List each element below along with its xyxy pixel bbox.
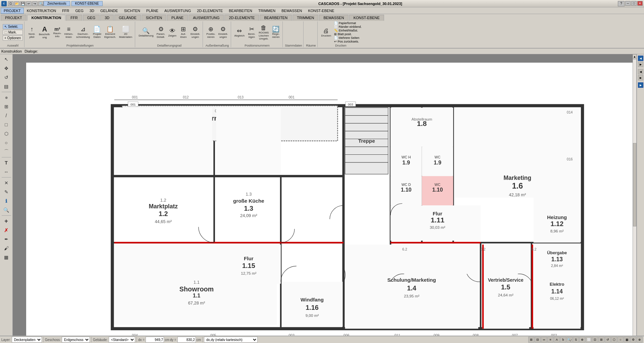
btn-einstellungen-aussen[interactable]: ⚙ Einstell-ungen xyxy=(217,25,229,40)
tb-save[interactable]: 💾 xyxy=(20,1,25,6)
btn-pos-zuruecksets[interactable]: ↩ Pos zurücksets. xyxy=(334,40,362,43)
btn-projektdaten[interactable]: 📄 ProjektDaten xyxy=(92,25,103,40)
tool-poly[interactable]: ⬡ xyxy=(1,129,12,138)
btn-detaillierung[interactable]: 🔍 Detaillierung xyxy=(137,26,155,39)
tab-plaene[interactable]: PLÄNE xyxy=(167,15,188,21)
tool-line[interactable]: / xyxy=(1,111,12,120)
dx-input[interactable]: 949,7 xyxy=(146,337,164,343)
status-tool-zoom-out[interactable]: 🔍- xyxy=(567,337,573,343)
menu-gelaende[interactable]: GELÄNDE xyxy=(97,8,121,14)
menu-projekt[interactable]: PROJEKT xyxy=(1,8,24,14)
tab-sichten[interactable]: SICHTEN xyxy=(142,15,166,21)
dy-input[interactable]: 830,2 xyxy=(177,337,196,343)
tool-arc[interactable]: ⌒ xyxy=(1,147,12,156)
panel-btn-2[interactable]: ▶ xyxy=(638,62,643,67)
btn-selekt[interactable]: ↖ Selekt. xyxy=(3,24,23,29)
panel-btn-1[interactable]: ◀ xyxy=(638,56,643,61)
tab-konst-ebene[interactable]: KONST-EBENE xyxy=(349,15,384,21)
menu-sichten[interactable]: SICHTEN xyxy=(121,8,143,14)
tb-open[interactable]: 📂 xyxy=(14,1,19,6)
konst-ebene-tab[interactable]: KONST-EBENE xyxy=(71,1,103,6)
status-tool-15[interactable]: ⚙ xyxy=(630,337,636,343)
status-tool-13[interactable]: ○ xyxy=(618,337,624,343)
tool-hand[interactable]: ✥ xyxy=(1,64,12,73)
tool-plus[interactable]: + xyxy=(1,217,12,225)
gebaeude-select[interactable]: <Standard> xyxy=(109,337,135,343)
btn-2d-materialien[interactable]: ⬜ 2DMaterialien xyxy=(118,25,133,40)
status-tool-11[interactable]: ↺ xyxy=(605,337,611,343)
btn-beschriftung[interactable]: A Beschrift-ung xyxy=(38,25,52,40)
drawing-canvas-area[interactable]: Terrasse 002 004 1.1 Showroom 1.1 67,28 … xyxy=(13,54,644,343)
tool-delete[interactable]: ✕ xyxy=(1,179,12,187)
btn-einstellungen-detaill[interactable]: ⚙ Einstell-ungen xyxy=(189,25,201,40)
menu-bemassen[interactable]: BEMASSEN xyxy=(278,8,305,14)
panel-btn-3[interactable]: ◀ xyxy=(638,69,643,74)
btn-m2[interactable]: m² Raum-info xyxy=(52,26,63,39)
status-tool-16[interactable]: ⊕ xyxy=(637,337,643,343)
tab-projekt[interactable]: PROJEKT xyxy=(1,15,26,21)
status-tool-3[interactable]: ═ xyxy=(541,337,547,343)
btn-dachverschneidung[interactable]: ⊿ Dachver-schneidung xyxy=(75,25,91,40)
tab-ffr[interactable]: FFR xyxy=(66,15,82,21)
menu-auswertung[interactable]: AUSWERTUNG xyxy=(161,8,194,14)
status-tool-9[interactable]: ⊡ xyxy=(592,337,598,343)
menu-plaene[interactable]: PLÄNE xyxy=(143,8,161,14)
btn-param-detaill[interactable]: ⚙ Param.Detaill. xyxy=(155,25,167,40)
tab-bearbeiten[interactable]: BEARBEITEN xyxy=(260,15,292,21)
btn-mark[interactable]: ⬚ Mark. xyxy=(3,30,23,35)
tab-konstruktion[interactable]: KONSTRUKTION xyxy=(27,15,66,21)
btn-drucken[interactable]: 🖨 Drucken xyxy=(320,27,332,38)
maximize-btn[interactable]: □ xyxy=(631,1,637,6)
menu-2d-elemente[interactable]: 2D-ELEMENTE xyxy=(194,8,226,14)
btn-element-eigenschaften[interactable]: 📋 ElementEigensch. xyxy=(103,25,117,40)
btn-raender[interactable]: ⬜ Ränder einblend. xyxy=(334,25,362,28)
scroll-up-btn[interactable]: ▲ xyxy=(633,54,637,59)
tab-auswertung[interactable]: AUSWERTUNG xyxy=(189,15,224,21)
status-tool-14[interactable]: ▦ xyxy=(624,337,630,343)
tab-bemassen[interactable]: BEMASSEN xyxy=(319,15,348,21)
btn-hoehenlinien[interactable]: ≡ Höhen-linien xyxy=(63,25,74,40)
status-tool-6[interactable]: b xyxy=(560,337,566,343)
coord-mode-select[interactable]: dx,dy (relativ kartesisch) xyxy=(204,337,258,343)
tool-select[interactable]: ↖ xyxy=(1,55,12,64)
v-scrollbar-track[interactable] xyxy=(633,59,637,338)
tool-layers2[interactable]: ▦ xyxy=(1,253,12,262)
geschoss-select[interactable]: Erdgeschoss xyxy=(62,337,90,343)
tool-text[interactable]: T xyxy=(1,158,12,167)
btn-positionieren[interactable]: ⊕ Positio-nieren xyxy=(205,25,217,40)
minimize-btn[interactable]: ─ xyxy=(625,1,631,6)
status-tool-12[interactable]: ⬡ xyxy=(611,337,617,343)
btn-optionen[interactable]: + Optionen xyxy=(3,36,23,41)
btn-papierformat[interactable]: 📄 Papierformat xyxy=(334,21,362,25)
status-tool-8[interactable]: ⬜ xyxy=(586,337,592,343)
status-tool-7[interactable]: ⊕ xyxy=(579,337,585,343)
menu-ffr[interactable]: FFR xyxy=(59,8,72,14)
tool-zoom[interactable]: 🔍 xyxy=(1,206,12,214)
btn-loeschen-umgeb[interactable]: 🗑 ROOMSLöschenUmgeb. xyxy=(257,24,270,41)
tool-paint[interactable]: 🖌 xyxy=(1,244,12,253)
zeichentools-tab[interactable]: Zeichentools xyxy=(44,1,70,6)
tool-grid[interactable]: ⊞ xyxy=(1,102,12,111)
tool-rotate[interactable]: ↺ xyxy=(1,73,12,82)
tab-trimmen[interactable]: TRIMMEN xyxy=(292,15,318,21)
tb-search[interactable]: 🔍 xyxy=(38,1,44,6)
menu-geg[interactable]: GEG xyxy=(72,8,87,14)
status-tool-1[interactable]: ⊞ xyxy=(528,337,534,343)
tool-info[interactable]: ℹ xyxy=(1,197,12,205)
tool-rect[interactable]: □ xyxy=(1,120,12,129)
tool-cross[interactable]: ✗ xyxy=(1,226,12,234)
menu-bearbeiten[interactable]: BEARBEITEN xyxy=(226,8,255,14)
tab-gelaende[interactable]: GELÄNDE xyxy=(114,15,141,21)
btn-regenerieren[interactable]: 🔄 Rege-nieren xyxy=(270,25,281,40)
layer-select[interactable]: Deckenplatten xyxy=(12,337,42,343)
status-tool-2[interactable]: ⊟ xyxy=(535,337,541,343)
btn-abgleich[interactable]: ⇔ Abgleich xyxy=(233,26,246,39)
tool-circle[interactable]: ○ xyxy=(1,138,12,147)
tool-pen[interactable]: ✒ xyxy=(1,235,12,244)
btn-einheit-massstab[interactable]: 📏 Einheit/Maßst. xyxy=(334,29,362,32)
tool-layer[interactable]: ▤ xyxy=(1,82,12,91)
tb-redo[interactable]: ↪ xyxy=(32,1,38,6)
tool-edit[interactable]: ✎ xyxy=(1,188,12,196)
tab-geg[interactable]: GEG xyxy=(83,15,100,21)
btn-aufloesen[interactable]: ⊞ Auf-lösen xyxy=(178,25,189,40)
